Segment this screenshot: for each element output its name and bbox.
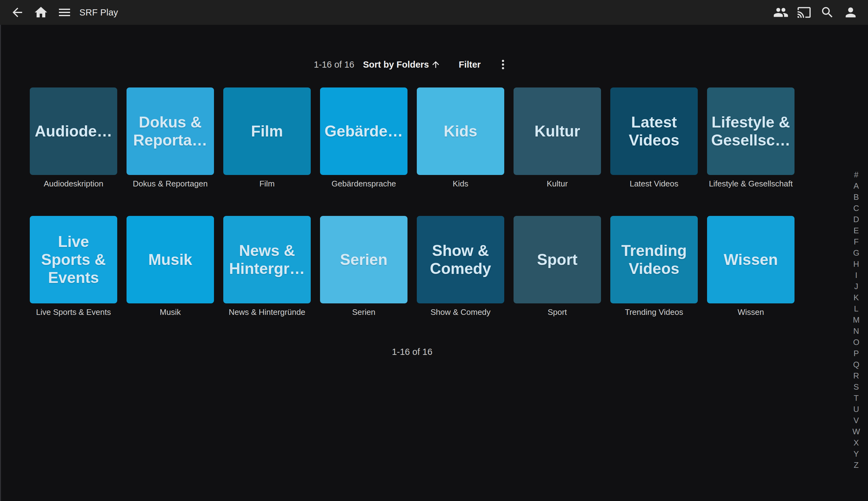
alpha-picker-letter[interactable]: O — [847, 337, 865, 348]
alpha-picker-letter[interactable]: G — [847, 247, 865, 258]
folder-tile[interactable]: Dokus &Reporta… — [127, 87, 214, 175]
alpha-picker-letter[interactable]: S — [847, 381, 865, 392]
folder-tile-title: Film — [251, 122, 283, 140]
folder-caption: Kultur — [503, 179, 611, 189]
alpha-picker-letter[interactable]: I — [847, 269, 865, 281]
result-count: 1-16 of 16 — [314, 60, 355, 70]
folder-caption: Latest Videos — [600, 179, 708, 189]
library-card[interactable]: FilmFilm — [223, 87, 311, 189]
folder-caption: Trending Videos — [600, 307, 708, 317]
folder-tile-title: TrendingVideos — [621, 242, 686, 278]
folder-caption: Musik — [116, 307, 225, 317]
library-card[interactable]: Audiode…Audiodeskription — [30, 87, 117, 189]
alpha-picker-letter[interactable]: A — [847, 180, 865, 191]
alpha-picker-letter[interactable]: # — [847, 169, 865, 180]
library-card[interactable]: SerienSerien — [320, 216, 408, 317]
menu-button[interactable] — [55, 2, 74, 22]
library-card[interactable]: News &Hintergr…News & Hintergründe — [223, 216, 311, 317]
folder-tile[interactable]: Lifestyle &Gesellsc… — [707, 87, 794, 175]
alpha-picker-letter[interactable]: Z — [847, 459, 865, 471]
folder-caption: Live Sports & Events — [19, 307, 128, 317]
folder-tile[interactable]: LatestVideos — [610, 87, 698, 175]
folder-tile[interactable]: Gebärde… — [320, 87, 408, 175]
library-card[interactable]: KidsKids — [417, 87, 504, 189]
library-page: 1-16 of 16 Sort by Folders Filter Audiod… — [30, 57, 794, 357]
syncplay-group-icon — [773, 5, 789, 20]
alpha-picker-letter[interactable]: U — [847, 404, 865, 415]
search-icon — [820, 5, 835, 20]
folder-tile[interactable]: Film — [223, 87, 311, 175]
folder-caption: Lifestyle & Gesellschaft — [696, 179, 805, 189]
user-button[interactable] — [841, 2, 860, 22]
folder-tile[interactable]: Audiode… — [30, 87, 117, 175]
alpha-picker-letter[interactable]: Y — [847, 448, 865, 459]
alpha-picker-letter[interactable]: X — [847, 437, 865, 448]
home-button[interactable] — [31, 2, 51, 22]
filter-button[interactable]: Filter — [457, 59, 482, 70]
library-card[interactable]: LiveSports &EventsLive Sports & Events — [30, 216, 117, 317]
alpha-picker-letter[interactable]: Q — [847, 359, 865, 370]
folder-tile[interactable]: Kultur — [513, 87, 601, 175]
alpha-picker-letter[interactable]: K — [847, 292, 865, 303]
folder-tile-title: LiveSports &Events — [41, 233, 106, 287]
folder-tile-title: Lifestyle &Gesellsc… — [711, 113, 791, 149]
library-toolbar: 1-16 of 16 Sort by Folders Filter — [30, 57, 794, 72]
sort-button[interactable]: Sort by Folders — [361, 59, 443, 70]
folder-caption: News & Hintergründe — [213, 307, 321, 317]
folder-tile[interactable]: TrendingVideos — [610, 216, 698, 303]
alpha-picker-letter[interactable]: M — [847, 314, 865, 326]
alpha-picker-letter[interactable]: B — [847, 191, 865, 203]
back-button[interactable] — [8, 2, 27, 22]
library-card[interactable]: Show &ComedyShow & Comedy — [417, 216, 504, 317]
alpha-picker-letter[interactable]: J — [847, 281, 865, 292]
library-card[interactable]: Gebärde…Gebärdensprache — [320, 87, 408, 189]
folder-tile[interactable]: Kids — [417, 87, 504, 175]
folder-tile[interactable]: Musik — [127, 216, 214, 303]
alpha-picker-letter[interactable]: W — [847, 426, 865, 437]
folder-tile[interactable]: Sport — [513, 216, 601, 303]
topbar-right-group — [771, 2, 860, 22]
folder-tile[interactable]: Serien — [320, 216, 408, 303]
library-card[interactable]: Lifestyle &Gesellsc…Lifestyle & Gesellsc… — [707, 87, 794, 189]
alpha-picker-letter[interactable]: R — [847, 370, 865, 381]
cast-button[interactable] — [794, 2, 814, 22]
alpha-picker-letter[interactable]: C — [847, 203, 865, 214]
home-icon — [33, 5, 48, 20]
alpha-picker-letter[interactable]: V — [847, 415, 865, 426]
cast-icon — [797, 5, 811, 20]
library-card[interactable]: SportSport — [513, 216, 601, 317]
folder-caption: Audiodeskription — [19, 179, 128, 189]
top-app-bar: SRF Play — [0, 0, 868, 25]
folder-caption: Dokus & Reportagen — [116, 179, 225, 189]
alpha-picker-letter[interactable]: F — [847, 236, 865, 247]
folder-caption: Sport — [503, 307, 611, 317]
library-card[interactable]: TrendingVideosTrending Videos — [610, 216, 698, 317]
alpha-picker-letter[interactable]: N — [847, 326, 865, 337]
folder-tile[interactable]: LiveSports &Events — [30, 216, 117, 303]
alpha-picker-letter[interactable]: P — [847, 348, 865, 359]
folder-tile-title: Show &Comedy — [430, 242, 491, 278]
alpha-picker-letter[interactable]: T — [847, 392, 865, 404]
syncplay-button[interactable] — [771, 2, 791, 22]
folder-tile-title: Sport — [537, 250, 578, 269]
library-card[interactable]: KulturKultur — [513, 87, 601, 189]
library-card[interactable]: MusikMusik — [127, 216, 214, 317]
alpha-picker-letter[interactable]: H — [847, 258, 865, 269]
search-button[interactable] — [817, 2, 837, 22]
alpha-picker-letter[interactable]: L — [847, 303, 865, 314]
folder-tile-title: Wissen — [724, 250, 778, 269]
sort-ascending-arrow-icon — [431, 60, 441, 70]
folder-tile[interactable]: Show &Comedy — [417, 216, 504, 303]
folder-tile[interactable]: News &Hintergr… — [223, 216, 311, 303]
library-card[interactable]: Dokus &Reporta…Dokus & Reportagen — [127, 87, 214, 189]
library-card[interactable]: WissenWissen — [707, 216, 794, 317]
alpha-picker-letter[interactable]: E — [847, 225, 865, 236]
more-options-button[interactable] — [496, 57, 510, 72]
footer-result-count: 1-16 of 16 — [30, 347, 794, 357]
folder-caption: Show & Comedy — [406, 307, 515, 317]
topbar-left-group — [8, 2, 74, 22]
folder-tile[interactable]: Wissen — [707, 216, 794, 303]
alpha-picker-letter[interactable]: D — [847, 214, 865, 225]
library-card[interactable]: LatestVideosLatest Videos — [610, 87, 698, 189]
folder-tile-title: Serien — [340, 250, 388, 269]
